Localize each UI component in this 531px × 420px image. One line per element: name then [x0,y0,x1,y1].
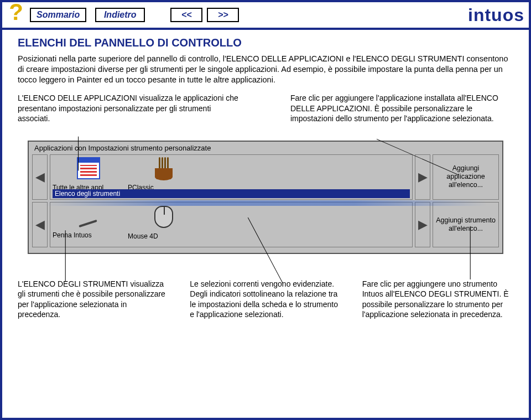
tools-scroll-right[interactable]: ▶ [415,202,430,247]
tool-item-pen[interactable]: Penna Intuos [53,205,124,239]
tool-label: Penna Intuos [53,231,124,239]
add-app-button[interactable]: Aggiungi applicazione all'elenco... [433,154,499,200]
content-area: ELENCHI DEL PANNELLO DI CONTROLLO Posizi… [2,30,529,329]
window-icon [77,157,100,179]
tools-section-label: Elenco degli strumenti [53,189,410,198]
apps-scroll-left[interactable]: ◀ [32,154,48,200]
page-title: ELENCHI DEL PANNELLO DI CONTROLLO [18,37,513,49]
mouse-icon [154,206,173,228]
apps-row: ◀ Tutte le altre appl PClassic Elenco de… [32,154,499,200]
upper-callouts: L'ELENCO DELLE APPLICAZIONI visualizza l… [18,93,513,123]
panel-graphic: Applicazioni con Impostazioni strumento … [18,141,513,257]
back-button[interactable]: Indietro [95,8,145,22]
brand-logo: intuos [468,5,524,25]
help-icon[interactable]: ? [7,3,25,27]
tools-scroll-left[interactable]: ◀ [32,202,48,247]
intro-paragraph: Posizionati nella parte superiore del pa… [18,54,513,85]
prev-button[interactable]: << [170,8,202,22]
page: ? Sommario Indietro << >> intuos ELENCHI… [0,0,531,420]
app-item-all-others[interactable]: Tutte le altre appl [53,157,124,191]
topbar: ? Sommario Indietro << >> intuos [2,2,529,30]
callout-tool-list-desc: L'ELENCO DEGLI STRUMENTI visualizza gli … [18,279,169,320]
callout-selection-desc: Le selezioni correnti vengono evidenziat… [190,279,341,320]
lower-callouts: L'ELENCO DEGLI STRUMENTI visualizza gli … [18,279,513,320]
paint-pot-icon [152,157,176,180]
tool-label: Mouse 4D [128,232,200,240]
add-tool-button[interactable]: Aggiungi strumento all'elenco... [433,202,499,247]
control-panel: Applicazioni con Impostazioni strumento … [28,141,503,254]
app-item-pclassic[interactable]: PClassic [128,157,200,191]
callout-add-tool-desc: Fare clic per aggiungere uno strumento I… [362,279,513,320]
callout-add-app-desc: Fare clic per aggiungere l'applicazione … [274,93,513,123]
apps-scroll-right[interactable]: ▶ [415,154,430,200]
apps-list: Tutte le altre appl PClassic Elenco degl… [50,154,413,200]
tools-list: Penna Intuos Mouse 4D [50,202,413,247]
pen-icon [76,205,101,228]
tool-item-mouse[interactable]: Mouse 4D [128,205,200,240]
callout-app-list-desc: L'ELENCO DELLE APPLICAZIONI visualizza l… [18,93,241,123]
next-button[interactable]: >> [207,8,239,22]
panel-title: Applicazioni con Impostazioni strumento … [34,144,499,152]
summary-button[interactable]: Sommario [30,8,86,22]
tools-row: ◀ Penna Intuos Mouse 4D ▶ Aggiungi strum… [32,202,499,247]
